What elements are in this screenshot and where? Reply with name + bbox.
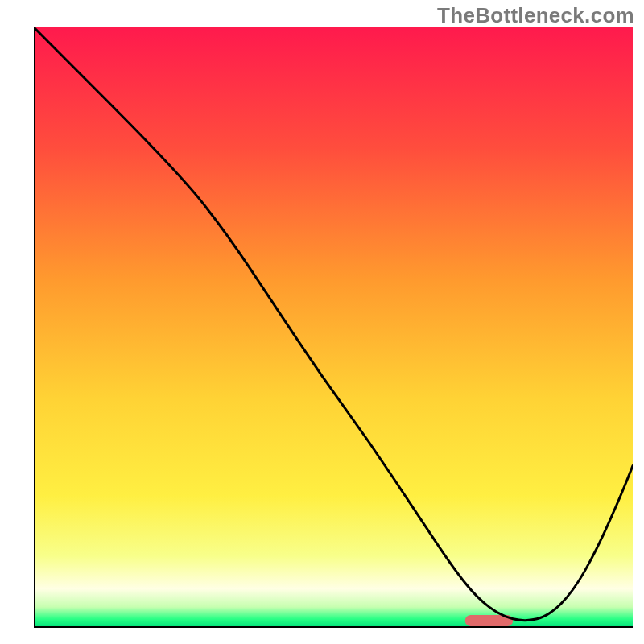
chart-container: TheBottleneck.com: [0, 0, 644, 644]
watermark-text: TheBottleneck.com: [437, 3, 634, 28]
chart-svg: [34, 27, 633, 628]
plot-area: [34, 27, 633, 628]
